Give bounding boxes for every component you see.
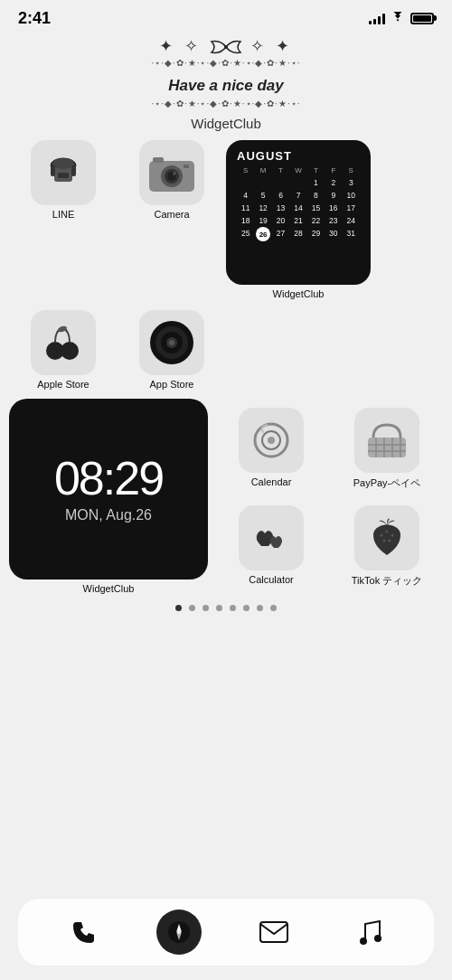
- signal-icon: [369, 12, 385, 24]
- svg-point-35: [383, 540, 386, 542]
- svg-point-32: [381, 534, 383, 537]
- svg-point-15: [61, 342, 79, 360]
- svg-point-21: [169, 340, 174, 345]
- safari-dock-icon[interactable]: [156, 909, 202, 955]
- app-name-camera: Camera: [154, 209, 189, 220]
- app-name-calendar: Calendar: [251, 476, 292, 487]
- cal-days: 1 2 3 4 5 6 7 8 9 10 11 12 13 14 15 16 1…: [237, 176, 360, 241]
- svg-point-40: [177, 930, 181, 934]
- app-item-tiktok[interactable]: TikTok ティック: [331, 500, 443, 594]
- svg-point-42: [360, 938, 367, 945]
- svg-point-16: [57, 325, 67, 334]
- status-time: 2:41: [18, 9, 51, 28]
- svg-point-34: [391, 534, 394, 537]
- app-row-2: Apple Store App Store: [0, 305, 452, 395]
- mail-dock-icon[interactable]: [251, 909, 297, 955]
- app-item-line[interactable]: LINE: [9, 135, 118, 225]
- tagline: Have a nice day: [0, 77, 452, 95]
- svg-point-36: [389, 540, 391, 542]
- svg-point-0: [224, 45, 228, 49]
- svg-rect-41: [260, 922, 287, 942]
- cal-days-header: SMTWTFS: [237, 166, 360, 174]
- deco-stars-bottom: ·⋆·◆·✿·★·⋆·◆·✿·★·⋆·◆·✿·★·⋆·: [0, 99, 452, 108]
- clock-time: 08:29: [54, 455, 163, 502]
- app-item-calendar[interactable]: Calendar: [215, 402, 327, 496]
- svg-point-12: [173, 172, 176, 175]
- app-name-paypay: PayPay-ペイペ: [353, 476, 421, 490]
- app-name-line: LINE: [52, 209, 74, 220]
- clock-widget-label: WidgetClub: [83, 583, 135, 594]
- page-dot-7[interactable]: [257, 605, 263, 611]
- deco-stars-top: ·⋆·◆·✿·★·⋆·◆·✿·★·⋆·◆·✿·★·⋆·: [0, 58, 452, 68]
- right-app-grid: Calendar PayPay: [215, 399, 443, 594]
- svg-rect-5: [51, 165, 55, 176]
- clock-widget-container[interactable]: 08:29 MON, Aug.26 WidgetClub: [9, 399, 208, 594]
- page-dot-8[interactable]: [270, 605, 277, 611]
- svg-rect-8: [153, 157, 164, 163]
- wifi-icon: [391, 11, 405, 25]
- page-dot-1[interactable]: [175, 605, 182, 611]
- music-dock-icon[interactable]: [346, 909, 391, 955]
- app-name-tiktok: TikTok ティック: [352, 574, 422, 588]
- app-item-apple-store[interactable]: Apple Store: [9, 305, 118, 395]
- battery-icon: [410, 13, 434, 24]
- page-dot-2[interactable]: [189, 605, 195, 611]
- page-dot-5[interactable]: [230, 605, 236, 611]
- status-icons: [369, 11, 434, 25]
- cal-month: AUGUST: [237, 149, 360, 163]
- clock-date: MON, Aug.26: [65, 507, 152, 523]
- app-item-app-store[interactable]: App Store: [118, 305, 226, 395]
- page-dot-3[interactable]: [202, 605, 209, 611]
- app-name-apple-store: Apple Store: [37, 379, 89, 390]
- svg-point-24: [268, 437, 275, 444]
- app-item-calculator[interactable]: Calculator: [215, 500, 327, 594]
- svg-rect-4: [58, 173, 69, 178]
- today-marker: 26: [256, 227, 270, 241]
- page-dots: [0, 605, 452, 611]
- app-row-1: LINE Camera AUGUST SMTWTFS: [0, 135, 452, 305]
- app-item-camera[interactable]: Camera: [118, 135, 226, 225]
- calendar-widget[interactable]: AUGUST SMTWTFS 1 2 3 4 5 6 7 8 9 10: [226, 135, 371, 305]
- svg-point-3: [52, 158, 74, 169]
- svg-point-33: [386, 531, 389, 533]
- app-name-app-store: App Store: [150, 379, 194, 390]
- calendar-widget-label: WidgetClub: [273, 288, 325, 299]
- widget-row-clock: 08:29 MON, Aug.26 WidgetClub Calendar: [0, 399, 452, 594]
- page-dot-6[interactable]: [243, 605, 250, 611]
- svg-rect-13: [184, 165, 189, 168]
- status-bar: 2:41: [0, 0, 452, 33]
- phone-dock-icon[interactable]: [61, 909, 107, 955]
- svg-point-43: [374, 935, 381, 942]
- dock: [18, 899, 434, 966]
- page-dot-4[interactable]: [216, 605, 222, 611]
- widget-label-top: WidgetClub: [0, 116, 452, 131]
- bow-decoration: ✦ ✧ ✧ ✦: [0, 36, 452, 56]
- app-item-paypay[interactable]: PayPay-ペイペ: [331, 402, 443, 496]
- svg-rect-6: [71, 165, 76, 176]
- app-name-calculator: Calculator: [249, 574, 294, 585]
